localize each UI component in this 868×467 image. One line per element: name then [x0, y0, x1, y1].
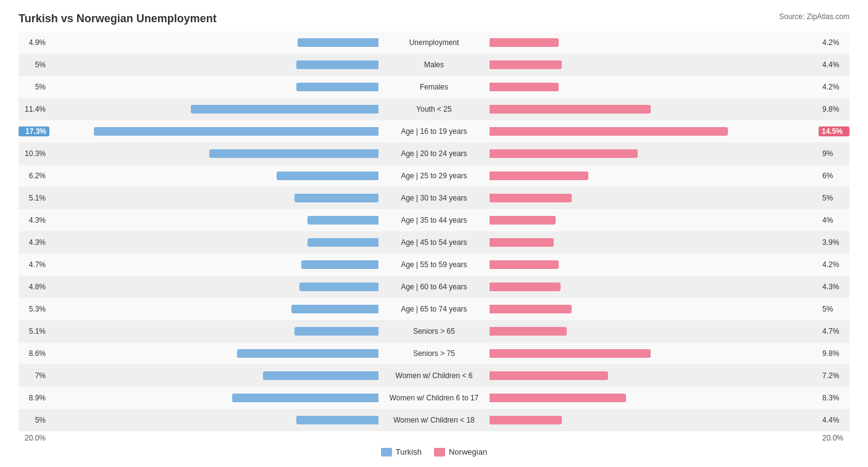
row-inner: 10.3% Age | 20 to 24 years 9% [19, 145, 849, 162]
left-value-age6574: 5.3% [19, 305, 49, 313]
left-bar-seniors75 [237, 349, 378, 358]
right-value-women617: 8.3% [819, 394, 849, 402]
chart-row-age4554: 4.3% Age | 45 to 54 years 3.9% [19, 231, 849, 254]
right-value-age2024: 9% [819, 149, 849, 158]
chart-row-unemployment: 4.9% Unemployment 4.2% [19, 31, 849, 54]
chart-row-age5559: 4.7% Age | 55 to 59 years 4.2% [19, 254, 849, 276]
row-inner: 17.3% Age | 16 to 19 years 14.5% [19, 123, 849, 140]
right-bar-females [490, 83, 559, 91]
left-bar-age6064 [299, 283, 378, 291]
right-value-males: 4.4% [819, 60, 849, 69]
left-value-women617: 8.9% [19, 394, 49, 402]
right-bar-age6064 [490, 283, 561, 291]
right-value-age1619: 14.5% [819, 126, 849, 136]
center-label-women617: Women w/ Children 6 to 17 [378, 394, 490, 402]
left-bar-container-age2024 [49, 148, 378, 159]
left-value-age2024: 10.3% [19, 149, 49, 158]
right-bar-males [490, 60, 562, 69]
center-label-age2024: Age | 20 to 24 years [378, 149, 490, 158]
chart-row-age2529: 6.2% Age | 25 to 29 years 6% [19, 165, 849, 187]
chart-row-females: 5% Females 4.2% [19, 76, 849, 98]
left-bar-container-age6064 [49, 281, 378, 292]
center-label-unemployment: Unemployment [378, 38, 490, 47]
chart-row-youth25: 11.4% Youth < 25 9.8% [19, 98, 849, 120]
right-bar-container-age4554 [490, 237, 819, 248]
left-value-age1619: 17.3% [19, 126, 49, 136]
left-bar-container-seniors65 [49, 326, 378, 337]
row-inner: 4.3% Age | 35 to 44 years 4% [19, 212, 849, 229]
row-inner: 8.6% Seniors > 75 9.8% [19, 345, 849, 362]
right-bar-container-women617 [490, 392, 819, 403]
left-bar-females [296, 83, 378, 91]
right-bar-age4554 [490, 238, 554, 247]
left-value-seniors65: 5.1% [19, 327, 49, 336]
right-bar-container-seniors65 [490, 326, 819, 337]
axis-left-label: 20.0% [19, 434, 49, 442]
center-label-women18: Women w/ Children < 18 [378, 416, 490, 424]
right-value-unemployment: 4.2% [819, 38, 849, 47]
left-bar-males [296, 60, 378, 69]
row-inner: 4.7% Age | 55 to 59 years 4.2% [19, 256, 849, 273]
right-bar-container-age1619 [490, 126, 819, 137]
left-bar-container-females [49, 81, 378, 93]
center-label-seniors65: Seniors > 65 [378, 327, 490, 336]
left-bar-container-age3544 [49, 215, 378, 226]
left-bar-container-seniors75 [49, 348, 378, 359]
left-bar-age4554 [307, 238, 378, 247]
legend-item-norwegian: Norwegian [434, 447, 487, 457]
right-bar-container-age2024 [490, 148, 819, 159]
left-bar-container-age3034 [49, 192, 378, 204]
legend-turkish-label: Turkish [396, 447, 422, 457]
row-inner: 4.9% Unemployment 4.2% [19, 34, 849, 51]
center-label-age1619: Age | 16 to 19 years [378, 127, 490, 136]
row-inner: 8.9% Women w/ Children 6 to 17 8.3% [19, 389, 849, 407]
right-bar-container-age3544 [490, 215, 819, 226]
center-label-age5559: Age | 55 to 59 years [378, 260, 490, 269]
right-value-age4554: 3.9% [819, 238, 849, 247]
right-value-women6: 7.2% [819, 371, 849, 380]
chart-row-age3034: 5.1% Age | 30 to 34 years 5% [19, 187, 849, 209]
right-bar-age1619 [490, 127, 728, 136]
right-bar-container-females [490, 81, 819, 93]
left-value-women18: 5% [19, 416, 49, 424]
left-bar-container-age5559 [49, 259, 378, 270]
row-inner: 5.1% Age | 30 to 34 years 5% [19, 189, 849, 207]
left-value-seniors75: 8.6% [19, 349, 49, 358]
left-value-youth25: 11.4% [19, 105, 49, 114]
left-value-females: 5% [19, 83, 49, 91]
center-label-women6: Women w/ Children < 6 [378, 371, 490, 380]
right-bar-container-youth25 [490, 104, 819, 115]
chart-row-women617: 8.9% Women w/ Children 6 to 17 8.3% [19, 387, 849, 409]
right-value-age3034: 5% [819, 194, 849, 202]
right-bar-container-males [490, 59, 819, 70]
right-bar-women18 [490, 416, 562, 424]
row-inner: 11.4% Youth < 25 9.8% [19, 101, 849, 118]
left-value-age3544: 4.3% [19, 216, 49, 225]
center-label-age3034: Age | 30 to 34 years [378, 194, 490, 202]
legend-item-turkish: Turkish [381, 447, 422, 457]
chart-row-women6: 7% Women w/ Children < 6 7.2% [19, 365, 849, 387]
right-bar-age6574 [490, 305, 572, 313]
chart-row-age1619: 17.3% Age | 16 to 19 years 14.5% [19, 120, 849, 143]
legend-turkish-box [381, 448, 392, 457]
left-value-age2529: 6.2% [19, 172, 49, 180]
left-bar-age5559 [301, 260, 378, 269]
row-inner: 5% Females 4.2% [19, 78, 849, 96]
chart-row-age6064: 4.8% Age | 60 to 64 years 4.3% [19, 276, 849, 298]
right-value-age5559: 4.2% [819, 260, 849, 269]
row-inner: 4.3% Age | 45 to 54 years 3.9% [19, 234, 849, 251]
right-bar-unemployment [490, 38, 559, 47]
row-inner: 5.1% Seniors > 65 4.7% [19, 323, 849, 340]
right-value-youth25: 9.8% [819, 105, 849, 114]
center-label-age6574: Age | 65 to 74 years [378, 305, 490, 313]
left-value-males: 5% [19, 60, 49, 69]
left-bar-age2024 [209, 149, 378, 158]
left-bar-container-women18 [49, 415, 378, 426]
right-bar-container-unemployment [490, 37, 819, 48]
left-value-age5559: 4.7% [19, 260, 49, 269]
left-bar-container-women6 [49, 370, 378, 381]
chart-row-women18: 5% Women w/ Children < 18 4.4% [19, 409, 849, 431]
left-bar-container-youth25 [49, 104, 378, 115]
right-bar-container-women18 [490, 415, 819, 426]
row-inner: 5.3% Age | 65 to 74 years 5% [19, 300, 849, 318]
